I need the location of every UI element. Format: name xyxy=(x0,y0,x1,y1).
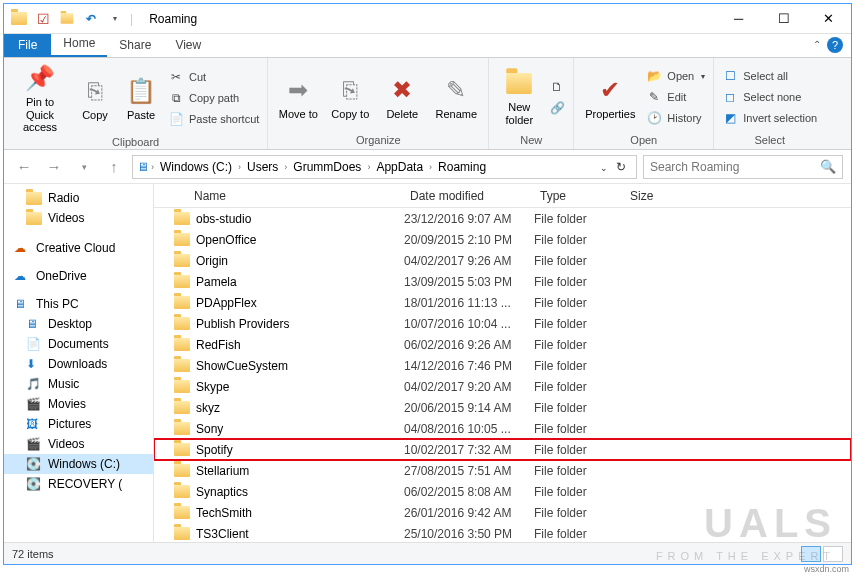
nav-item[interactable]: ⬇Downloads xyxy=(4,354,153,374)
table-row[interactable]: Stellarium27/08/2015 7:51 AMFile folder xyxy=(154,460,851,481)
open-label: Open xyxy=(667,70,694,82)
table-row[interactable]: skyz20/06/2015 9:14 AMFile folder xyxy=(154,397,851,418)
rename-button[interactable]: ✎ Rename xyxy=(430,72,482,123)
back-button[interactable]: ← xyxy=(12,155,36,179)
tab-view[interactable]: View xyxy=(163,34,213,57)
nav-item[interactable]: Radio xyxy=(4,188,153,208)
nav-label: Downloads xyxy=(48,357,107,371)
nav-item[interactable]: 💽Windows (C:) xyxy=(4,454,153,474)
cloud-icon: ☁ xyxy=(14,241,30,255)
table-row[interactable]: Synaptics06/02/2015 8:08 AMFile folder xyxy=(154,481,851,502)
nav-item[interactable]: 🎵Music xyxy=(4,374,153,394)
select-none-button[interactable]: ◻Select none xyxy=(720,88,819,106)
nav-label: Videos xyxy=(48,437,84,451)
column-headers[interactable]: Name Date modified Type Size xyxy=(154,184,851,208)
forward-button[interactable]: → xyxy=(42,155,66,179)
address-dropdown-icon[interactable]: ⌄ xyxy=(600,163,608,173)
recent-dropdown-icon[interactable]: ▾ xyxy=(72,155,96,179)
bc-seg[interactable]: Users xyxy=(243,158,282,176)
table-row[interactable]: RedFish06/02/2016 9:26 AMFile folder xyxy=(154,334,851,355)
paste-button[interactable]: 📋 Paste xyxy=(120,73,162,124)
bc-seg[interactable]: AppData xyxy=(372,158,427,176)
file-date: 13/09/2015 5:03 PM xyxy=(404,275,534,289)
pin-label: Pin to Quick access xyxy=(12,96,68,134)
nav-item[interactable]: ☁OneDrive xyxy=(4,266,153,286)
copy-to-button[interactable]: ⎘ Copy to xyxy=(326,72,374,123)
file-name: TS3Client xyxy=(196,527,249,541)
nav-item[interactable]: 📄Documents xyxy=(4,334,153,354)
select-all-button[interactable]: ☐Select all xyxy=(720,67,819,85)
nav-item[interactable]: Videos xyxy=(4,208,153,228)
table-row[interactable]: Publish Providers10/07/2016 10:04 ...Fil… xyxy=(154,313,851,334)
file-name: obs-studio xyxy=(196,212,251,226)
copy-button[interactable]: ⎘ Copy xyxy=(74,73,116,124)
copy-path-button[interactable]: ⧉Copy path xyxy=(166,89,261,107)
table-row[interactable]: Pamela13/09/2015 5:03 PMFile folder xyxy=(154,271,851,292)
cut-button[interactable]: ✂Cut xyxy=(166,68,261,86)
nav-item[interactable]: ☁Creative Cloud xyxy=(4,238,153,258)
newfolder-qat-icon[interactable] xyxy=(58,10,76,28)
col-size[interactable]: Size xyxy=(624,189,851,203)
col-date[interactable]: Date modified xyxy=(404,189,534,203)
pin-quick-access-button[interactable]: 📌 Pin to Quick access xyxy=(10,60,70,136)
new-folder-button[interactable]: New folder xyxy=(495,65,543,128)
bc-seg[interactable]: Roaming xyxy=(434,158,490,176)
new-item-button[interactable]: 🗋 xyxy=(547,78,567,96)
easy-access-button[interactable]: 🔗 xyxy=(547,99,567,117)
scissors-icon: ✂ xyxy=(168,69,184,85)
nav-item[interactable]: 💽RECOVERY ( xyxy=(4,474,153,494)
tab-share[interactable]: Share xyxy=(107,34,163,57)
table-row[interactable]: Skype04/02/2017 9:20 AMFile folder xyxy=(154,376,851,397)
nav-item[interactable]: 🎬Movies xyxy=(4,394,153,414)
col-name[interactable]: Name xyxy=(154,189,404,203)
newfolder-label: New folder xyxy=(497,101,541,126)
table-row[interactable]: Spotify10/02/2017 7:32 AMFile folder xyxy=(154,439,851,460)
group-organize-label: Organize xyxy=(274,134,482,148)
table-row[interactable]: obs-studio23/12/2016 9:07 AMFile folder xyxy=(154,208,851,229)
drive-icon: 🖥 xyxy=(26,317,42,331)
explorer-window: ☑ ↶ ▾ | Roaming ─ ☐ ✕ File Home Share Vi… xyxy=(3,3,852,565)
nav-this-pc[interactable]: 🖥This PC xyxy=(4,294,153,314)
nav-item[interactable]: 🖥Desktop xyxy=(4,314,153,334)
history-button[interactable]: 🕑History xyxy=(644,109,707,127)
paste-shortcut-button[interactable]: 📄Paste shortcut xyxy=(166,110,261,128)
properties-qat-icon[interactable]: ☑ xyxy=(34,10,52,28)
ribbon-collapse-icon[interactable]: ⌃ xyxy=(813,39,821,50)
breadcrumb[interactable]: 🖥 › Windows (C:)› Users› GrummDoes› AppD… xyxy=(132,155,637,179)
properties-button[interactable]: ✔ Properties xyxy=(580,72,640,123)
table-row[interactable]: ShowCueSystem14/12/2016 7:46 PMFile fold… xyxy=(154,355,851,376)
refresh-icon[interactable]: ↻ xyxy=(616,160,626,174)
nav-label: OneDrive xyxy=(36,269,87,283)
bc-seg[interactable]: Windows (C:) xyxy=(156,158,236,176)
nav-item[interactable]: 🖼Pictures xyxy=(4,414,153,434)
folder-icon xyxy=(174,296,190,309)
maximize-button[interactable]: ☐ xyxy=(761,5,806,33)
help-icon[interactable]: ? xyxy=(827,37,843,53)
minimize-button[interactable]: ─ xyxy=(716,5,761,33)
edit-button[interactable]: ✎Edit xyxy=(644,88,707,106)
table-row[interactable]: Origin04/02/2017 9:26 AMFile folder xyxy=(154,250,851,271)
search-input[interactable]: Search Roaming 🔍 xyxy=(643,155,843,179)
tab-home[interactable]: Home xyxy=(51,32,107,57)
qat-dropdown-icon[interactable]: ▾ xyxy=(106,10,124,28)
close-button[interactable]: ✕ xyxy=(806,5,851,33)
tab-file[interactable]: File xyxy=(4,34,51,57)
move-to-button[interactable]: ➡ Move to xyxy=(274,72,322,123)
file-date: 06/02/2016 9:26 AM xyxy=(404,338,534,352)
table-row[interactable]: Sony04/08/2016 10:05 ...File folder xyxy=(154,418,851,439)
col-type[interactable]: Type xyxy=(534,189,624,203)
delete-button[interactable]: ✖ Delete xyxy=(378,72,426,123)
bc-seg[interactable]: GrummDoes xyxy=(289,158,365,176)
navigation-pane[interactable]: Radio Videos ☁Creative Cloud ☁OneDrive 🖥… xyxy=(4,184,154,542)
table-row[interactable]: OpenOffice20/09/2015 2:10 PMFile folder xyxy=(154,229,851,250)
pc-icon: 🖥 xyxy=(14,297,30,311)
open-button[interactable]: 📂Open▾ xyxy=(644,67,707,85)
nav-label: Movies xyxy=(48,397,86,411)
paste-label: Paste xyxy=(127,109,155,122)
nav-item[interactable]: 🎬Videos xyxy=(4,434,153,454)
invert-selection-button[interactable]: ◩Invert selection xyxy=(720,109,819,127)
copyto-icon: ⎘ xyxy=(334,74,366,106)
up-button[interactable]: ↑ xyxy=(102,155,126,179)
table-row[interactable]: PDAppFlex18/01/2016 11:13 ...File folder xyxy=(154,292,851,313)
undo-qat-icon[interactable]: ↶ xyxy=(82,10,100,28)
